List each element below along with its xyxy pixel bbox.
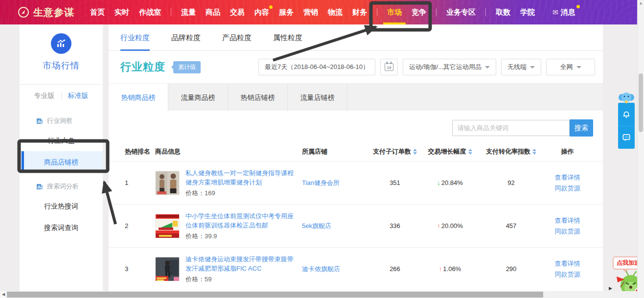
- envelope-icon: ✉: [552, 0, 558, 24]
- nav-item-service[interactable]: 服务: [279, 0, 294, 24]
- tab-hot-shops-rank[interactable]: 热销店铺榜: [228, 84, 288, 111]
- sort-icon: [468, 149, 472, 155]
- nav-item-messages[interactable]: ✉ 消息: [552, 0, 575, 24]
- paid-suborders-value: 266: [370, 265, 419, 273]
- trade-growth-value: ↑1.06%: [419, 265, 481, 273]
- nav-item-logistics[interactable]: 物流: [328, 0, 343, 24]
- category-dropdown[interactable]: 运动/瑜伽/...其它运动用品: [403, 59, 496, 75]
- chat-button[interactable]: [618, 126, 635, 149]
- nav-item-data-fetch[interactable]: 取数: [496, 0, 510, 24]
- search-button[interactable]: 搜索: [570, 119, 593, 137]
- sort-trade-growth[interactable]: 交易增长幅度: [419, 147, 481, 156]
- product-price: 价格：39.9: [185, 232, 298, 241]
- top-nav: 生意参谋 首页 实时 作战室 流量 商品 交易 内容 服务 营销 物流 财务 市…: [0, 0, 637, 24]
- bell-icon: [621, 110, 631, 119]
- nav-divider: [377, 8, 377, 16]
- view-details-link[interactable]: 查看详情: [542, 172, 593, 183]
- sidebar-item-hot-search-words[interactable]: 行业热搜词: [20, 195, 103, 217]
- main-panel: 行业粒度 品牌粒度 产品粒度 属性粒度 行业粒度 累计值 最近7天（2018-0…: [109, 24, 603, 291]
- chart-doc-icon: [36, 183, 43, 190]
- collapse-arrow-icon[interactable]: ▶: [609, 286, 612, 291]
- search-input[interactable]: [452, 120, 570, 136]
- view-details-link[interactable]: 查看详情: [542, 258, 593, 269]
- tab-brand-granularity[interactable]: 品牌粒度: [171, 24, 201, 51]
- version-switch: 专业版 标准版: [20, 85, 103, 107]
- horizontal-scrollbar[interactable]: ◀: [0, 291, 637, 298]
- vertical-scrollbar[interactable]: ▲: [637, 0, 644, 298]
- chat-icon: [621, 133, 631, 142]
- nav-item-marketing[interactable]: 营销: [303, 0, 318, 24]
- nav-item-war-room[interactable]: 作战室: [139, 0, 161, 24]
- sidebar-section-industry-insight[interactable]: 行业洞察: [20, 112, 103, 130]
- title-row: 行业粒度 累计值 最近7天（2018-06-04~2018-06-10） 15 …: [109, 51, 603, 83]
- sort-paid-suborders[interactable]: 支付子订单数: [370, 147, 419, 156]
- product-image[interactable]: [155, 171, 180, 195]
- sidebar-item-product-shop-rank[interactable]: 商品店铺榜: [20, 151, 103, 173]
- shop-link[interactable]: 5ek旗舰店: [302, 222, 331, 229]
- notification-dot: [576, 5, 580, 8]
- rank-number: 3: [125, 265, 155, 273]
- notifications-button[interactable]: [618, 103, 635, 126]
- nav-item-realtime[interactable]: 实时: [115, 0, 129, 24]
- same-supply-link[interactable]: 同款货源: [542, 269, 593, 280]
- nav-item-business-zone[interactable]: 业务专区: [446, 0, 476, 24]
- sidebar-item-industry-dashboard[interactable]: 行业大盘: [20, 130, 103, 151]
- trend-arrow-icon: ↑: [437, 222, 440, 229]
- tab-product-granularity[interactable]: 产品粒度: [222, 24, 252, 51]
- tab-hot-products-rank[interactable]: 热销商品榜: [109, 84, 168, 111]
- shop-link[interactable]: 迪卡侬旗舰店: [302, 265, 340, 273]
- horizontal-scroll-thumb[interactable]: [7, 292, 543, 298]
- nav-divider: [485, 8, 486, 16]
- brand-logo-icon: [18, 6, 29, 18]
- scope-dropdown[interactable]: 全网: [546, 59, 595, 75]
- shop-link[interactable]: Tian健身会所: [302, 179, 340, 186]
- nav-item-traffic[interactable]: 流量: [181, 0, 196, 24]
- sidebar: 市场行情 专业版 标准版 行业洞察 行业大盘 商品店铺榜 搜索词分析 行业热搜词…: [20, 24, 103, 291]
- product-title-link[interactable]: 迪卡侬健身运动束腰发汗带腰带束腹带发汗减肥塑形减脂FIC ACC: [185, 254, 298, 273]
- chevron-down-icon: [576, 66, 581, 69]
- nav-item-content[interactable]: 内容: [254, 0, 269, 24]
- conversion-index-value: 290: [481, 265, 542, 273]
- product-title-link[interactable]: 私人健身教练一对一定制健身指导课程健身方案增肌增重健身计划: [185, 168, 298, 187]
- nav-item-product[interactable]: 商品: [206, 0, 220, 24]
- col-product-info: 商品信息: [155, 147, 302, 156]
- sort-conversion-index[interactable]: 支付转化率指数: [481, 147, 542, 156]
- chevron-down-icon: [530, 66, 535, 69]
- floating-toolbar: [618, 91, 635, 149]
- calendar-icon: 15: [385, 63, 393, 71]
- sidebar-section-search-analysis[interactable]: 搜索词分析: [20, 178, 103, 195]
- scroll-up-arrow[interactable]: ▲: [638, 0, 644, 7]
- product-image[interactable]: [155, 257, 180, 281]
- sidebar-title: 市场行情: [20, 60, 103, 71]
- elephant-mascot-icon: [618, 91, 635, 104]
- nav-item-trade[interactable]: 交易: [230, 0, 245, 24]
- nav-item-academy[interactable]: 学院: [520, 0, 535, 24]
- version-pro[interactable]: 专业版: [34, 92, 55, 100]
- version-standard[interactable]: 标准版: [68, 92, 89, 100]
- trade-growth-value: ↑20.00%: [419, 222, 481, 229]
- table-row: 2 中小学生坐位体前屈测试仪中考专用座位体前驱训练器体检正品包邮 价格：39.9…: [109, 204, 603, 247]
- product-image[interactable]: [155, 214, 180, 238]
- tab-attribute-granularity[interactable]: 属性粒度: [273, 24, 302, 51]
- nav-divider: [436, 8, 437, 16]
- brand[interactable]: 生意参谋: [18, 6, 74, 19]
- scroll-left-arrow[interactable]: ◀: [0, 291, 7, 298]
- same-supply-link[interactable]: 同款货源: [542, 183, 593, 194]
- same-supply-link[interactable]: 同款货源: [542, 226, 593, 237]
- nav-item-finance[interactable]: 财务: [352, 0, 367, 24]
- tab-industry-granularity[interactable]: 行业粒度: [120, 24, 150, 51]
- nav-item-market[interactable]: 市场: [387, 0, 402, 24]
- notification-dot: [269, 5, 273, 9]
- product-title-link[interactable]: 中小学生坐位体前屈测试仪中考专用座位体前驱训练器体检正品包邮: [185, 211, 298, 230]
- tab-traffic-shops-rank[interactable]: 流量店铺榜: [288, 84, 347, 111]
- nav-item-home[interactable]: 首页: [90, 0, 105, 24]
- vertical-scroll-thumb[interactable]: [639, 73, 643, 132]
- sidebar-item-search-word-query[interactable]: 搜索词查询: [20, 217, 103, 238]
- nav-item-compete[interactable]: 竞争: [412, 0, 426, 24]
- calendar-button[interactable]: 15: [380, 59, 398, 75]
- conversion-index-value: 457: [481, 222, 542, 229]
- terminal-dropdown[interactable]: 无线端: [501, 59, 541, 75]
- date-range-picker[interactable]: 最近7天（2018-06-04~2018-06-10）: [258, 59, 375, 75]
- tab-traffic-products-rank[interactable]: 流量商品榜: [168, 84, 228, 111]
- view-details-link[interactable]: 查看详情: [542, 215, 593, 226]
